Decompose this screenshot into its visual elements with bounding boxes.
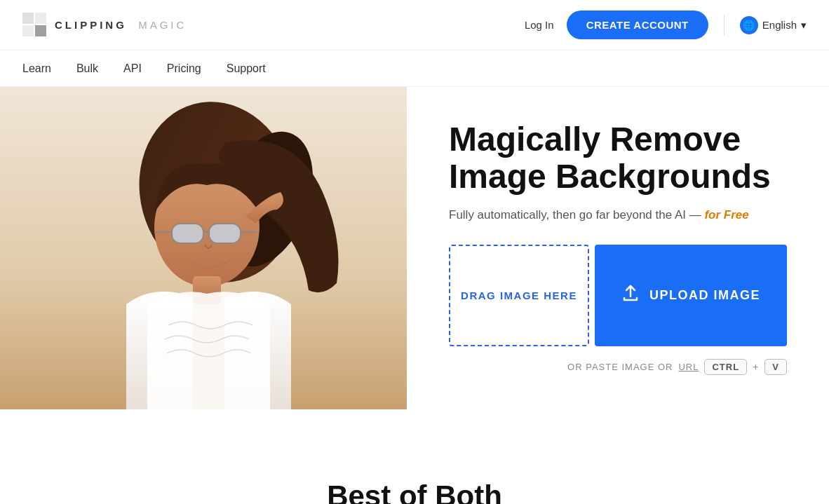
- create-account-button[interactable]: CREATE ACCOUNT: [567, 11, 708, 39]
- nav-item-pricing[interactable]: Pricing: [167, 62, 201, 75]
- paste-prefix-text: OR PASTE IMAGE OR: [567, 362, 673, 372]
- svg-rect-2: [22, 25, 34, 36]
- upload-icon: [621, 284, 640, 306]
- globe-icon: 🌐: [740, 16, 758, 34]
- login-button[interactable]: Log In: [525, 19, 554, 31]
- header-right: Log In CREATE ACCOUNT 🌐 English ▾: [525, 11, 807, 39]
- upload-row: DRAG IMAGE HERE UPLOAD IMAGE: [449, 245, 787, 346]
- nav: Learn Bulk API Pricing Support: [0, 50, 829, 87]
- divider: [724, 15, 724, 36]
- language-label: English: [762, 19, 797, 31]
- hero-content: Magically Remove Image Backgrounds Fully…: [407, 93, 829, 403]
- plus-label: +: [753, 361, 759, 372]
- bottom-title: Best of Both: [22, 479, 807, 504]
- hero-title: Magically Remove Image Backgrounds: [449, 121, 787, 196]
- drag-drop-label: DRAG IMAGE HERE: [461, 290, 577, 301]
- drag-drop-area[interactable]: DRAG IMAGE HERE: [449, 245, 589, 346]
- bottom-section: Best of Both: [0, 437, 829, 504]
- upload-label: UPLOAD IMAGE: [649, 288, 760, 303]
- paste-row: OR PASTE IMAGE OR URL CTRL + V: [449, 359, 787, 375]
- ctrl-key-badge: CTRL: [704, 359, 747, 375]
- logo: CLIPPING MAGIC: [22, 13, 187, 38]
- nav-item-learn[interactable]: Learn: [22, 62, 51, 75]
- logo-icon: [22, 13, 48, 38]
- paste-url-link[interactable]: URL: [678, 362, 699, 372]
- nav-item-support[interactable]: Support: [227, 62, 266, 75]
- chevron-down-icon: ▾: [801, 19, 807, 32]
- svg-rect-9: [209, 224, 241, 243]
- v-key-badge: V: [764, 359, 787, 375]
- svg-rect-8: [172, 224, 203, 243]
- logo-text: CLIPPING MAGIC: [55, 19, 187, 31]
- language-button[interactable]: 🌐 English ▾: [740, 16, 807, 34]
- svg-rect-3: [35, 25, 46, 36]
- header: CLIPPING MAGIC Log In CREATE ACCOUNT 🌐 E…: [0, 0, 829, 50]
- upload-image-button[interactable]: UPLOAD IMAGE: [595, 245, 787, 346]
- hero-subtitle: Fully automatically, then go far beyond …: [449, 208, 787, 222]
- svg-rect-1: [35, 13, 46, 24]
- hero-image: [0, 87, 407, 409]
- nav-item-api[interactable]: API: [123, 62, 142, 75]
- svg-rect-0: [22, 13, 34, 24]
- hero-section: Magically Remove Image Backgrounds Fully…: [0, 87, 829, 437]
- for-free-text: for Free: [704, 208, 748, 222]
- nav-item-bulk[interactable]: Bulk: [76, 62, 98, 75]
